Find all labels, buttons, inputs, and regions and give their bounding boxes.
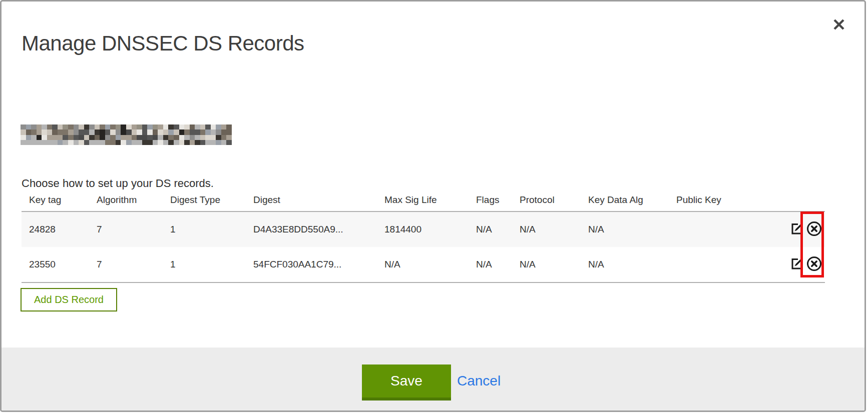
cancel-link[interactable]: Cancel: [457, 364, 501, 398]
add-ds-record-button[interactable]: Add DS Record: [21, 288, 117, 312]
cell-digest-type: 1: [170, 259, 253, 270]
delete-circled-x-icon: [806, 256, 822, 273]
col-header-protocol: Protocol: [520, 194, 588, 206]
row-actions: [775, 256, 825, 273]
delete-record-button[interactable]: [806, 221, 822, 238]
col-header-digest: Digest: [253, 194, 384, 206]
table-row: 24828 7 1 D4A33E8DD550A9... 1814400 N/A …: [22, 212, 825, 247]
edit-icon: [790, 222, 804, 237]
cell-max-sig-life: N/A: [384, 259, 476, 270]
col-header-key-tag: Key tag: [29, 194, 97, 206]
redacted-domain-name: [21, 124, 232, 145]
cell-digest: D4A33E8DD550A9...: [253, 224, 384, 235]
col-header-key-data-alg: Key Data Alg: [588, 194, 676, 206]
ds-records-table: Key tag Algorithm Digest Type Digest Max…: [22, 188, 825, 283]
cell-key-tag: 23550: [29, 259, 97, 270]
col-header-public-key: Public Key: [676, 194, 775, 206]
col-header-max-sig-life: Max Sig Life: [384, 194, 476, 206]
cell-protocol: N/A: [520, 224, 588, 235]
table-header-row: Key tag Algorithm Digest Type Digest Max…: [22, 188, 825, 211]
cell-flags: N/A: [476, 224, 520, 235]
row-actions: [775, 221, 825, 238]
save-button[interactable]: Save: [362, 364, 451, 400]
manage-dnssec-modal: Manage DNSSEC DS Records Choose how to s…: [0, 0, 866, 412]
cell-algorithm: 7: [97, 259, 170, 270]
cell-digest: 54FCF030AA1C79...: [253, 259, 384, 270]
cell-algorithm: 7: [97, 224, 170, 235]
edit-record-button[interactable]: [790, 222, 804, 237]
close-icon: [832, 25, 845, 32]
cell-max-sig-life: 1814400: [384, 224, 476, 235]
table-row: 23550 7 1 54FCF030AA1C79... N/A N/A N/A …: [22, 247, 825, 282]
cell-flags: N/A: [476, 259, 520, 270]
col-header-flags: Flags: [476, 194, 520, 206]
cell-digest-type: 1: [170, 224, 253, 235]
page-title: Manage DNSSEC DS Records: [22, 32, 304, 56]
cell-key-data-alg: N/A: [588, 224, 676, 235]
delete-circled-x-icon: [806, 221, 822, 238]
table-body: 24828 7 1 D4A33E8DD550A9... 1814400 N/A …: [22, 211, 825, 283]
cell-protocol: N/A: [520, 259, 588, 270]
col-header-algorithm: Algorithm: [97, 194, 170, 206]
edit-icon: [790, 257, 804, 272]
cell-key-data-alg: N/A: [588, 259, 676, 270]
edit-record-button[interactable]: [790, 257, 804, 272]
close-button[interactable]: [830, 16, 847, 34]
delete-record-button[interactable]: [806, 256, 822, 273]
col-header-digest-type: Digest Type: [170, 194, 253, 206]
cell-key-tag: 24828: [29, 224, 97, 235]
